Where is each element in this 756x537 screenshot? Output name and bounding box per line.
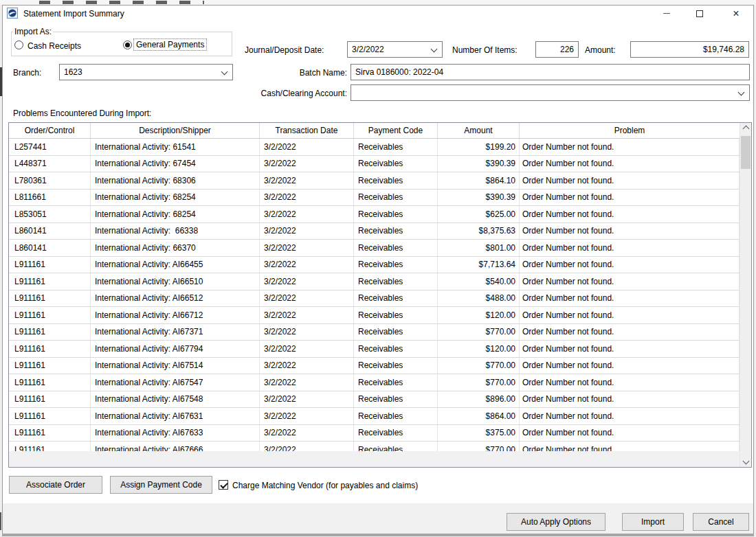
table-cell-description: International Activity: AI67547 [91, 374, 260, 391]
table-cell-problem: Order Number not found. [520, 172, 740, 189]
table-row[interactable]: L911161International Activity: AI667123/… [9, 307, 740, 324]
table-row[interactable]: L911161International Activity: AI664553/… [9, 257, 740, 274]
charge-matching-vendor-label[interactable]: Charge Matching Vendor (for payables and… [232, 481, 418, 490]
table-cell-date: 3/2/2022 [260, 257, 354, 273]
assign-payment-code-button[interactable]: Assign Payment Code [110, 476, 212, 494]
table-cell-problem: Order Number not found. [520, 290, 740, 307]
chevron-down-icon [738, 89, 745, 96]
general-payments-label[interactable]: General Payments [133, 38, 207, 51]
maximize-icon [696, 10, 703, 17]
auto-apply-options-button[interactable]: Auto Apply Options [507, 513, 605, 531]
app-icon [7, 8, 18, 19]
table-row[interactable]: L860141International Activity: 663383/2/… [9, 223, 740, 240]
table-cell-date: 3/2/2022 [260, 374, 354, 391]
table-cell-code: Receivables [354, 156, 438, 172]
table-cell-description: International Activity: 68254 [91, 190, 260, 206]
table-row[interactable]: L448371International Activity: 674543/2/… [9, 156, 740, 173]
charge-matching-vendor-checkbox[interactable] [219, 480, 228, 490]
cash-receipts-radio[interactable] [14, 41, 23, 49]
table-cell-problem: Order Number not found. [520, 273, 740, 290]
table-row[interactable]: L860141International Activity: 663703/2/… [9, 240, 740, 257]
table-cell-amount: $770.00 [438, 442, 520, 451]
table-cell-amount: $390.39 [438, 156, 520, 172]
journal-deposit-date-combo[interactable]: 3/2/2022 [347, 41, 443, 58]
column-header-problem[interactable]: Problem [520, 123, 740, 138]
table-cell-problem: Order Number not found. [520, 307, 740, 323]
associate-order-button[interactable]: Associate Order [9, 476, 102, 494]
table-row[interactable]: L911161International Activity: AI675143/… [9, 358, 740, 375]
table-cell-description: International Activity: 68254 [91, 206, 260, 222]
table-row[interactable]: L811661International Activity: 682543/2/… [9, 190, 740, 207]
vertical-scrollbar[interactable] [740, 123, 751, 467]
table-cell-amount: $390.39 [438, 190, 520, 206]
table-cell-amount: $7,713.64 [438, 257, 520, 273]
minimize-button[interactable] [657, 6, 676, 21]
batch-name-field[interactable]: Sirva 0186000: 2022-04 [351, 64, 750, 80]
table-cell-amount: $120.00 [438, 307, 520, 323]
import-button[interactable]: Import [622, 513, 684, 531]
table-cell-amount: $770.00 [438, 324, 520, 341]
table-cell-problem: Order Number not found. [520, 223, 740, 240]
cash-clearing-account-combo[interactable] [351, 84, 750, 101]
column-header-payment-code[interactable]: Payment Code [354, 123, 438, 138]
table-bottom-strip [9, 451, 740, 467]
table-cell-amount: $770.00 [438, 358, 520, 374]
column-header-amount[interactable]: Amount [438, 123, 520, 138]
table-row[interactable]: L911161International Activity: AI676663/… [9, 442, 740, 451]
table-row[interactable]: L853051International Activity: 682543/2/… [9, 206, 740, 223]
table-cell-order: L448371 [9, 156, 91, 172]
table-cell-date: 3/2/2022 [260, 223, 354, 240]
scrollbar-thumb[interactable] [741, 136, 751, 169]
table-cell-description: International Activity: AI66455 [91, 257, 260, 273]
amount-field[interactable]: $19,746.28 [630, 41, 749, 58]
table-row[interactable]: L911161International Activity: AI676313/… [9, 408, 740, 425]
table-row[interactable]: L257441International Activity: 615413/2/… [9, 139, 740, 156]
cancel-button[interactable]: Cancel [693, 513, 749, 531]
cash-clearing-account-label: Cash/Clearing Account: [238, 89, 347, 98]
table-row[interactable]: L911161International Activity: AI676333/… [9, 425, 740, 442]
scroll-up-button[interactable] [740, 123, 751, 135]
statement-import-summary-window: Statement Import Summary × Import As: Ca… [0, 0, 756, 537]
table-row[interactable]: L911161International Activity: AI665103/… [9, 273, 740, 290]
column-header-description-shipper[interactable]: Description/Shipper [91, 123, 260, 138]
table-cell-date: 3/2/2022 [260, 391, 354, 408]
table-cell-date: 3/2/2022 [260, 240, 354, 256]
general-payments-radio[interactable] [123, 41, 132, 49]
table-cell-code: Receivables [354, 172, 438, 189]
table-cell-code: Receivables [354, 374, 438, 391]
table-cell-problem: Order Number not found. [520, 374, 740, 391]
table-cell-amount: $770.00 [438, 374, 520, 391]
table-cell-code: Receivables [354, 307, 438, 323]
background-app-sliver [0, 0, 756, 5]
table-cell-code: Receivables [354, 391, 438, 408]
table-cell-order: L911161 [9, 408, 91, 424]
chevron-down-icon [221, 69, 228, 76]
table-cell-problem: Order Number not found. [520, 442, 740, 451]
column-header-transaction-date[interactable]: Transaction Date [260, 123, 354, 138]
branch-combo[interactable]: 1623 [59, 64, 233, 80]
table-row[interactable]: L911161International Activity: AI677943/… [9, 341, 740, 358]
table-cell-amount: $864.10 [438, 172, 520, 189]
table-cell-order: L911161 [9, 341, 91, 357]
table-cell-amount: $120.00 [438, 341, 520, 357]
table-cell-amount: $540.00 [438, 273, 520, 290]
cash-receipts-label[interactable]: Cash Receipts [27, 41, 81, 51]
table-row[interactable]: L911161International Activity: AI675483/… [9, 391, 740, 409]
maximize-button[interactable] [690, 6, 709, 21]
scroll-down-button[interactable] [740, 455, 751, 467]
table-cell-order: L780361 [9, 172, 91, 189]
table-row[interactable]: L780361International Activity: 683063/2/… [9, 172, 740, 190]
table-cell-code: Receivables [354, 206, 438, 222]
number-of-items-field[interactable]: 226 [535, 41, 579, 58]
table-cell-description: International Activity: 66370 [91, 240, 260, 256]
table-cell-date: 3/2/2022 [260, 442, 354, 451]
table-row[interactable]: L911161International Activity: AI673713/… [9, 324, 740, 341]
column-header-order-control[interactable]: Order/Control [9, 123, 91, 138]
table-row[interactable]: L911161International Activity: AI675473/… [9, 374, 740, 391]
table-row[interactable]: L911161International Activity: AI665123/… [9, 290, 740, 308]
close-button[interactable]: × [726, 6, 746, 21]
table-cell-description: International Activity: AI67631 [91, 408, 260, 424]
table-cell-order: L853051 [9, 206, 91, 222]
problems-section-label: Problems Encountered During Import: [13, 108, 151, 118]
branch-value: 1623 [64, 67, 82, 77]
